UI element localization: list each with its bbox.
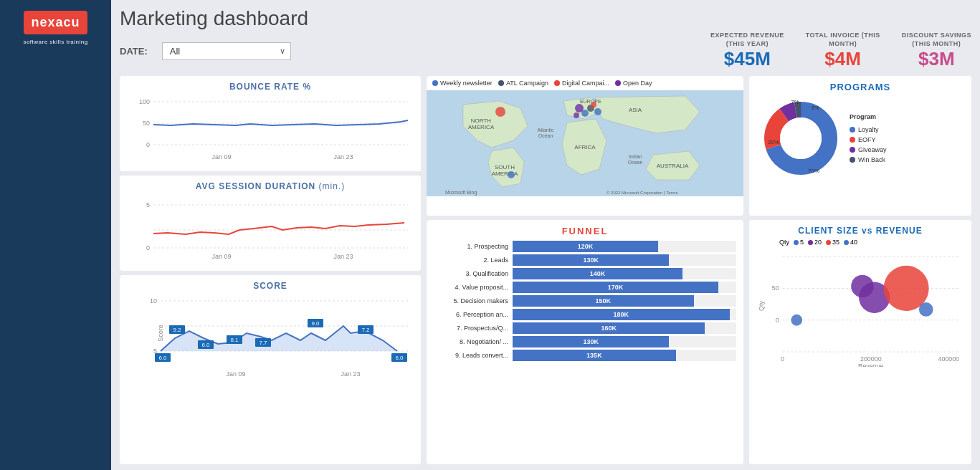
svg-text:50: 50 — [772, 285, 779, 292]
right-column: PROGRAMS 70% 20% — [749, 76, 971, 464]
client-legend-5: 5 — [794, 239, 804, 246]
funnel-label-3: 4. Value proposit... — [434, 284, 513, 291]
map-legend: Weekly newsletter ATL Campaign Digital C… — [427, 76, 743, 90]
prog-dot-loyalty — [850, 127, 855, 133]
legend-atl: ATL Campaign — [498, 80, 548, 87]
kpi-expected-revenue-value: $45M — [710, 48, 784, 70]
client-qty-label: Qty — [779, 239, 789, 246]
svg-text:9.2: 9.2 — [173, 327, 181, 333]
score-card: SCORE 10 5 Score 6.0 — [120, 275, 421, 464]
score-chart: 10 5 Score 6.0 9.2 6.0 8.1 — [128, 294, 412, 401]
prog-label-loyalty: Loyalty — [858, 126, 879, 133]
funnel-title: FUNNEL — [434, 226, 736, 236]
svg-text:Indian: Indian — [628, 154, 642, 159]
svg-text:8.1: 8.1 — [230, 337, 239, 343]
kpi-total-invoice: TOTAL INVOICE (THISMONTH) $4M — [806, 32, 880, 70]
programs-card: PROGRAMS 70% 20% — [749, 76, 971, 216]
funnel-bar-0: 120K — [513, 241, 658, 252]
funnel-bar-wrap-0: 120K — [513, 241, 736, 252]
client-size-legend: Qty 5 20 35 40 — [779, 239, 963, 246]
funnel-row-3: 4. Value proposit... 170K — [434, 282, 736, 293]
funnel-row-6: 7. Prospectus/Q... 160K — [434, 322, 736, 334]
svg-text:7%: 7% — [791, 99, 799, 105]
funnel-bar-value-1: 130K — [583, 256, 599, 264]
funnel-bar-wrap-7: 130K — [513, 336, 736, 347]
funnel-label-7: 8. Negotiation/ ... — [434, 338, 513, 345]
prog-label-eofy: EOFY — [858, 136, 876, 143]
content-grid: BOUNCE RATE % 100 50 0 Jan 09 Jan 23 — [120, 76, 971, 464]
funnel-row-7: 8. Negotiation/ ... 130K — [434, 336, 736, 347]
funnel-bar-wrap-6: 160K — [513, 322, 736, 334]
page-title: Marketing dashboard — [120, 7, 971, 30]
funnel-bar-wrap-1: 130K — [513, 254, 736, 266]
client-size-title: CLIENT SIZE vs REVENUE — [758, 226, 963, 236]
funnel-bar-5: 180K — [513, 309, 730, 320]
bounce-rate-chart: 100 50 0 Jan 09 Jan 23 — [128, 95, 412, 163]
funnel-bar-wrap-4: 150K — [513, 295, 736, 307]
svg-point-53 — [495, 107, 505, 117]
client-legend-40: 40 — [844, 239, 857, 246]
client-size-card: CLIENT SIZE vs REVENUE Qty 5 20 35 40 — [749, 220, 971, 464]
logo-text: nexacu — [31, 15, 80, 30]
avg-session-title: AVG SESSION DURATION (min.) — [128, 181, 412, 191]
svg-text:0: 0 — [146, 244, 150, 251]
svg-text:Ocean: Ocean — [538, 133, 553, 138]
programs-title: PROGRAMS — [758, 82, 963, 92]
svg-text:Jan 09: Jan 09 — [211, 153, 231, 160]
funnel-card: FUNNEL 1. Prospecting 120K 2. Leads 130K… — [427, 220, 743, 464]
date-label: DATE: — [120, 46, 148, 57]
svg-text:7.2: 7.2 — [361, 327, 370, 333]
programs-body: 70% 20% 7% 3% Program Loyalty — [758, 95, 963, 181]
funnel-bar-value-5: 180K — [614, 311, 629, 318]
legend-dot-atl — [498, 80, 504, 86]
svg-point-55 — [581, 110, 589, 117]
kpi-area: EXPECTED REVENUE(THIS YEAR) $45M TOTAL I… — [710, 32, 971, 70]
funnel-bar-7: 130K — [513, 336, 669, 347]
prog-dot-eofy — [850, 137, 855, 143]
prog-dot-winback — [850, 157, 855, 163]
funnel-bar-value-7: 130K — [583, 338, 599, 345]
svg-text:10: 10 — [150, 297, 157, 304]
funnel-row-1: 2. Leads 130K — [434, 254, 736, 266]
programs-legend-title: Program — [850, 113, 887, 120]
svg-text:0: 0 — [776, 317, 779, 324]
svg-text:6.0: 6.0 — [201, 342, 210, 348]
svg-text:200000: 200000 — [860, 355, 882, 363]
donut-chart: 70% 20% 7% 3% — [758, 95, 844, 181]
svg-point-67 — [780, 118, 822, 159]
funnel-bar-value-4: 150K — [596, 297, 612, 304]
avg-session-chart: 5 0 Jan 09 Jan 23 — [128, 194, 412, 262]
svg-text:AFRICA: AFRICA — [574, 144, 596, 150]
funnel-row-8: 9. Leads convert... 135K — [434, 350, 736, 361]
logo: nexacu — [24, 11, 87, 34]
funnel-row-4: 5. Decision makers 150K — [434, 295, 736, 307]
funnel-label-6: 7. Prospectus/Q... — [434, 325, 513, 332]
funnel-bar-value-0: 120K — [578, 243, 594, 250]
svg-point-60 — [508, 171, 515, 178]
funnel-label-0: 1. Prospecting — [434, 243, 513, 250]
date-select[interactable]: All — [162, 42, 291, 60]
date-select-wrap[interactable]: All — [162, 42, 291, 60]
funnel-row-0: 1. Prospecting 120K — [434, 241, 736, 252]
prog-legend-eofy: EOFY — [850, 136, 887, 143]
svg-text:70%: 70% — [808, 168, 819, 174]
svg-text:Jan 09: Jan 09 — [211, 253, 231, 260]
funnel-row-2: 3. Qualification 140K — [434, 268, 736, 279]
avg-session-card: AVG SESSION DURATION (min.) 5 0 Jan 09 J… — [120, 176, 421, 271]
prog-legend-loyalty: Loyalty — [850, 126, 887, 133]
svg-text:Jan 23: Jan 23 — [333, 253, 353, 260]
prog-legend-winback: Win Back — [850, 156, 887, 163]
left-column: BOUNCE RATE % 100 50 0 Jan 09 Jan 23 — [120, 76, 421, 464]
svg-text:© 2022 Microsoft Corporation |: © 2022 Microsoft Corporation | Terms — [606, 191, 678, 195]
funnel-bar-wrap-3: 170K — [513, 282, 736, 293]
svg-point-83 — [791, 315, 802, 326]
svg-text:3%: 3% — [811, 105, 819, 111]
funnel-label-8: 9. Leads convert... — [434, 352, 513, 359]
svg-text:6.0: 6.0 — [395, 355, 404, 361]
funnel-bar-value-3: 170K — [608, 284, 624, 291]
kpi-discount-savings: DISCOUNT SAVINGS(THIS MONTH) $3M — [902, 32, 971, 70]
legend-openday: Open Day — [615, 80, 652, 87]
prog-label-winback: Win Back — [858, 156, 885, 163]
map-card: Weekly newsletter ATL Campaign Digital C… — [427, 76, 743, 216]
client-size-chart: 50 0 0 200000 400000 Qty Revenue — [758, 249, 963, 367]
